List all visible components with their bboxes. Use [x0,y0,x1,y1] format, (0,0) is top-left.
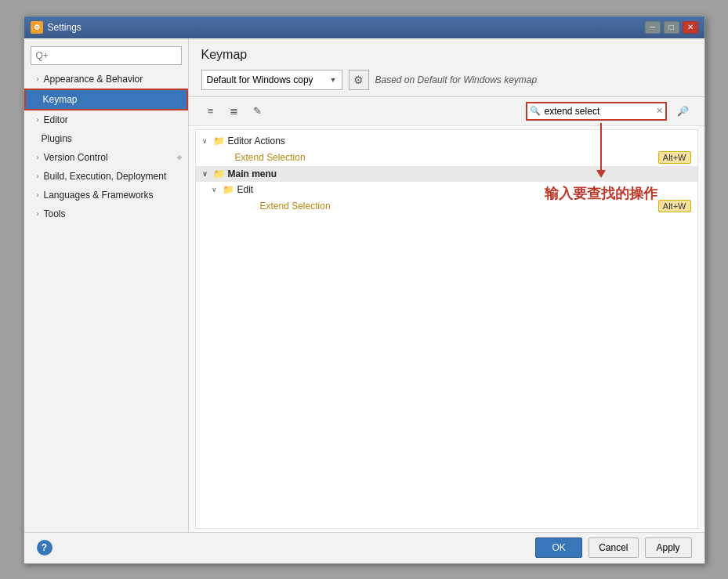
keymap-dropdown[interactable]: Default for Windows copy ▼ [201,70,342,90]
sidebar-item-build[interactable]: › Build, Execution, Deployment [24,167,188,186]
chevron-icon: › [37,154,39,161]
cancel-button[interactable]: Cancel [589,537,638,558]
find-icon: 🔎 [677,106,689,117]
chevron-down-icon: ∨ [212,186,219,194]
collapse-all-button[interactable]: ≣ [225,103,244,120]
search-icon: 🔍 [530,106,541,116]
main-header: Keymap Default for Windows copy ▼ ⚙ Base… [189,38,704,97]
sidebar-item-version-control[interactable]: › Version Control ⎆ [24,148,188,167]
chevron-icon: › [37,191,39,199]
folder-icon: 📁 [213,168,225,179]
settings-window: ⚙ Settings ─ □ ✕ › Appearance & Behavior… [24,16,705,564]
main-content-wrapper: Keymap Default for Windows copy ▼ ⚙ Base… [189,38,704,532]
maximize-button[interactable]: □ [664,21,679,34]
tree-group-label: Edit [237,184,254,195]
chevron-down-icon: ∨ [202,170,210,178]
edit-shortcut-button[interactable]: ✎ [248,103,267,120]
title-bar: ⚙ Settings ─ □ ✕ [24,16,704,38]
footer: ? OK Cancel Apply [24,532,704,563]
sidebar: › Appearance & Behavior Keymap › Editor … [24,38,189,532]
tree-group-label: Editor Actions [228,136,285,147]
sidebar-item-keymap[interactable]: Keymap [24,89,188,110]
sidebar-item-tools[interactable]: › Tools [24,204,188,223]
sidebar-item-label: Keymap [43,94,78,105]
help-icon: ? [42,542,47,553]
sidebar-item-label: Editor [44,114,68,125]
folder-icon: 📁 [223,184,234,195]
search-wrapper: 🔍 extend select ✕ [526,102,667,121]
window-controls: ─ □ ✕ [645,21,698,34]
find-action-button[interactable]: 🔎 [675,103,692,120]
collapse-all-icon: ≣ [230,105,238,117]
ok-button[interactable]: OK [535,537,582,558]
sidebar-item-appearance[interactable]: › Appearance & Behavior [24,70,188,89]
tree-group-label: Main menu [228,168,277,179]
tree-row[interactable]: Extend Selection Alt+W [196,197,697,215]
tree-row[interactable]: ∨ 📁 Main menu [196,166,697,182]
sidebar-item-label: Languages & Frameworks [44,190,154,201]
sidebar-item-label: Tools [44,208,66,219]
keymap-based-label: Based on Default for Windows keymap [375,74,538,85]
chevron-icon: › [37,172,39,180]
sidebar-item-label: Plugins [42,133,72,144]
folder-icon: 📁 [213,136,225,147]
sidebar-item-languages[interactable]: › Languages & Frameworks [24,186,188,204]
expand-all-button[interactable]: ≡ [201,103,220,120]
edit-icon: ✎ [253,105,262,117]
sidebar-item-label: Build, Execution, Deployment [44,171,167,182]
sidebar-search-wrapper [24,42,188,70]
keymap-search-input[interactable]: extend select [526,102,667,121]
keymap-tree: ∨ 📁 Editor Actions Extend Selection Alt+… [195,129,698,529]
keymap-dropdown-value: Default for Windows copy [207,74,313,85]
sidebar-item-label: Appearance & Behavior [44,74,143,85]
sidebar-item-editor[interactable]: › Editor [24,110,188,129]
tree-row[interactable]: ∨ 📁 Edit [196,182,697,197]
main-content: Keymap Default for Windows copy ▼ ⚙ Base… [189,38,704,532]
tree-row[interactable]: Extend Selection Alt+W [196,149,697,166]
help-button[interactable]: ? [37,540,53,555]
version-control-badge: ⎆ [177,153,182,161]
keymap-selector-row: Default for Windows copy ▼ ⚙ Based on De… [201,70,692,90]
chevron-icon: › [37,75,39,83]
keymap-toolbar: ≡ ≣ ✎ 🔍 extend select ✕ 🔎 [189,97,704,126]
tree-action-label: Extend Selection [235,152,306,163]
window-title: Settings [48,22,645,33]
chevron-icon: › [37,116,39,124]
chevron-down-icon: ∨ [202,137,210,145]
apply-button[interactable]: Apply [645,537,692,558]
sidebar-item-plugins[interactable]: Plugins [24,129,188,148]
keymap-settings-button[interactable]: ⚙ [349,70,369,90]
chevron-icon: › [37,210,39,218]
tree-action-label: Extend Selection [260,201,331,212]
tree-row[interactable]: ∨ 📁 Editor Actions [196,133,697,149]
gear-icon: ⚙ [353,74,364,86]
window-body: › Appearance & Behavior Keymap › Editor … [24,38,704,532]
search-clear-button[interactable]: ✕ [656,106,663,116]
dropdown-arrow-icon: ▼ [330,76,337,84]
expand-all-icon: ≡ [208,105,214,117]
minimize-button[interactable]: ─ [645,21,661,34]
window-icon: ⚙ [31,21,43,34]
sidebar-item-label: Version Control [44,152,108,163]
page-title: Keymap [201,48,692,62]
shortcut-badge: Alt+W [658,200,691,212]
sidebar-search-input[interactable] [31,46,182,65]
shortcut-badge: Alt+W [658,151,691,164]
close-button[interactable]: ✕ [683,21,698,34]
